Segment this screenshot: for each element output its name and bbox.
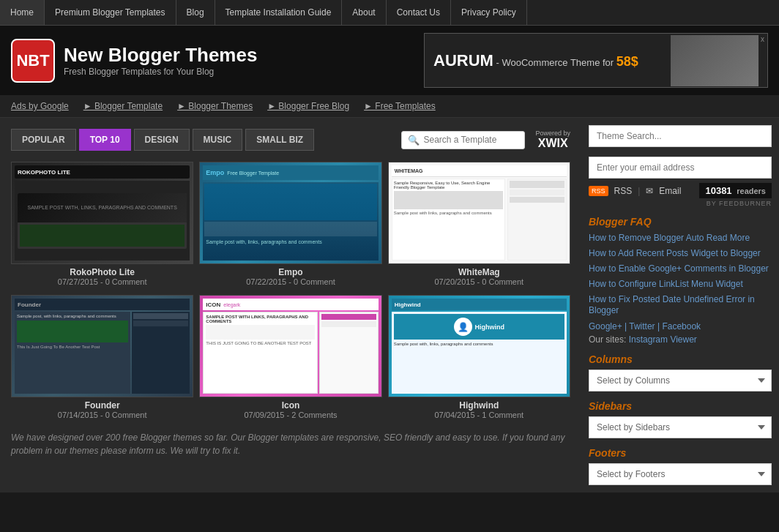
faq-link-1[interactable]: How to Remove Blogger Auto Read More xyxy=(589,233,750,243)
logo-text: New Blogger Themes Fresh Blogger Templat… xyxy=(64,44,257,77)
nav-privacy[interactable]: Privacy Policy xyxy=(451,0,527,25)
faq-title: Blogger FAQ xyxy=(589,216,772,228)
nav-install[interactable]: Template Installation Guide xyxy=(215,0,343,25)
instagram-viewer-link[interactable]: Instagram Viewer xyxy=(629,334,697,345)
list-item[interactable]: ROKOPHOTO LITE SAMPLE POST WITH, LINKS, … xyxy=(11,162,193,289)
ad-image xyxy=(671,35,758,86)
feedburner-label: BY FEEDBURNER xyxy=(589,200,772,207)
main-layout: POPULAR TOP 10 DESIGN MUSIC SMALL BIZ 🔍 … xyxy=(0,118,779,492)
faq-link-4[interactable]: How to Configure LinkList Menu Widget xyxy=(589,279,743,289)
template-thumb-6: Highwind 👤 Highwind Sample post with, li… xyxy=(388,295,570,397)
rss-row: RSS RSS | ✉ Email 10381 readers xyxy=(589,183,772,198)
site-tagline: Fresh Blogger Templates for Your Blog xyxy=(64,67,257,77)
email-separator: | xyxy=(638,186,640,196)
template-thumb-4: Founder Sample post, with links, paragra… xyxy=(11,295,193,397)
list-item[interactable]: Founder Sample post, with links, paragra… xyxy=(11,295,193,422)
tab-top10[interactable]: TOP 10 xyxy=(79,129,131,151)
ad-brand: AURUM xyxy=(433,51,493,70)
template-name-3: WhiteMag xyxy=(388,267,570,277)
nav-premium[interactable]: Premium Blogger Templates xyxy=(45,0,176,25)
main-content: POPULAR TOP 10 DESIGN MUSIC SMALL BIZ 🔍 … xyxy=(0,118,581,492)
nav-about[interactable]: About xyxy=(342,0,386,25)
site-name: New Blogger Themes xyxy=(64,44,257,67)
faq-link-2[interactable]: How to Add Recent Posts Widget to Blogge… xyxy=(589,248,761,258)
template-info-1: RokoPhoto Lite 07/27/2015 - 0 Comment xyxy=(11,264,193,289)
template-name-6: Highwind xyxy=(388,400,570,411)
email-input[interactable] xyxy=(589,157,772,179)
sub-nav-free[interactable]: ► Free Templates xyxy=(364,101,436,111)
list-item: How to Fix Posted Date Undefined Error i… xyxy=(589,293,772,315)
template-name-4: Founder xyxy=(11,400,193,411)
list-item: How to Remove Blogger Auto Read More xyxy=(589,232,772,243)
email-section: RSS RSS | ✉ Email 10381 readers BY FEEDB… xyxy=(589,153,772,207)
sidebar: RSS RSS | ✉ Email 10381 readers BY FEEDB… xyxy=(581,118,779,492)
our-sites: Our sites: Instagram Viewer xyxy=(589,334,772,345)
columns-title: Columns xyxy=(589,353,772,365)
template-date-4: 07/14/2015 - 0 Comment xyxy=(11,411,193,419)
wix-logo: XWIX xyxy=(538,137,568,150)
powered-by-wix: Powered by XWIX xyxy=(535,130,570,150)
tab-smallbiz[interactable]: SMALL BIZ xyxy=(245,129,314,151)
tab-design[interactable]: DESIGN xyxy=(134,129,190,151)
rss-icon: RSS xyxy=(589,186,608,196)
site-description: We have designed over 200 free Blogger t… xyxy=(11,431,570,457)
ad-subtitle: WooCommerce Theme for xyxy=(502,57,616,68)
sub-nav-themes[interactable]: ► Blogger Themes xyxy=(177,101,253,111)
columns-select[interactable]: Select by Columns xyxy=(589,370,772,391)
template-date-1: 07/27/2015 - 0 Comment xyxy=(11,277,193,286)
template-date-5: 07/09/2015 - 2 Comments xyxy=(199,411,381,419)
nav-home[interactable]: Home xyxy=(0,0,45,25)
theme-search-input[interactable] xyxy=(589,125,772,147)
nav-blog[interactable]: Blog xyxy=(176,0,215,25)
logo-area: NBT New Blogger Themes Fresh Blogger Tem… xyxy=(11,39,257,83)
nav-contact[interactable]: Contact Us xyxy=(387,0,451,25)
ad-content: AURUM - WooCommerce Theme for 58$ xyxy=(433,51,638,70)
tab-music[interactable]: MUSIC xyxy=(193,129,243,151)
readers-count: 10381 readers xyxy=(699,183,772,198)
site-header: NBT New Blogger Themes Fresh Blogger Tem… xyxy=(0,26,779,95)
sub-nav-template[interactable]: ► Blogger Template xyxy=(83,101,163,111)
sidebars-select[interactable]: Select by Sidebars xyxy=(589,416,772,438)
powered-label: Powered by xyxy=(535,130,570,137)
faq-list: How to Remove Blogger Auto Read More How… xyxy=(589,232,772,315)
ad-banner[interactable]: x AURUM - WooCommerce Theme for 58$ xyxy=(424,33,768,88)
template-date-3: 07/20/2015 - 0 Comment xyxy=(388,277,570,286)
sidebar-search xyxy=(589,125,772,147)
list-item[interactable]: Empo Free Blogger Template Sample post w… xyxy=(199,162,381,289)
ad-price: 58$ xyxy=(616,54,638,69)
social-link[interactable]: Google+ | Twitter | Facebook xyxy=(589,321,701,331)
email-link[interactable]: Email xyxy=(659,186,681,196)
template-info-5: Icon 07/09/2015 - 2 Comments xyxy=(199,397,381,422)
template-info-2: Empo 07/22/2015 - 0 Comment xyxy=(199,264,381,289)
logo-icon: NBT xyxy=(11,39,55,83)
sub-nav-ads[interactable]: Ads by Google xyxy=(11,101,69,111)
sub-nav-blog[interactable]: ► Blogger Free Blog xyxy=(267,101,349,111)
list-item[interactable]: WHITEMAG Sample Responsive, Easy to Use,… xyxy=(388,162,570,289)
social-links: Google+ | Twitter | Facebook xyxy=(589,321,772,331)
template-date-6: 07/04/2015 - 1 Comment xyxy=(388,411,570,419)
template-name-2: Empo xyxy=(199,267,381,277)
faq-link-5[interactable]: How to Fix Posted Date Undefined Error i… xyxy=(589,294,755,315)
faq-link-3[interactable]: How to Enable Google+ Comments in Blogge… xyxy=(589,263,769,274)
tab-popular[interactable]: POPULAR xyxy=(11,129,76,151)
list-item: How to Add Recent Posts Widget to Blogge… xyxy=(589,247,772,258)
template-name-1: RokoPhoto Lite xyxy=(11,267,193,277)
template-thumb-2: Empo Free Blogger Template Sample post w… xyxy=(199,162,381,264)
template-date-2: 07/22/2015 - 0 Comment xyxy=(199,277,381,286)
template-tabs: POPULAR TOP 10 DESIGN MUSIC SMALL BIZ 🔍 … xyxy=(11,129,570,151)
template-thumb-5: ICON elegark SAMPLE POST WITH LINKS, PAR… xyxy=(199,295,381,397)
list-item[interactable]: Highwind 👤 Highwind Sample post with, li… xyxy=(388,295,570,422)
tab-search-box[interactable]: 🔍 xyxy=(401,131,525,149)
ad-close[interactable]: x xyxy=(761,35,764,43)
list-item: How to Enable Google+ Comments in Blogge… xyxy=(589,263,772,274)
sub-nav: Ads by Google ► Blogger Template ► Blogg… xyxy=(0,95,779,118)
top-nav: Home Premium Blogger Templates Blog Temp… xyxy=(0,0,779,26)
rss-link[interactable]: RSS xyxy=(614,186,633,196)
search-input[interactable] xyxy=(423,135,518,145)
footers-title: Footers xyxy=(589,447,772,459)
template-thumb-1: ROKOPHOTO LITE SAMPLE POST WITH, LINKS, … xyxy=(11,162,193,264)
template-thumb-3: WHITEMAG Sample Responsive, Easy to Use,… xyxy=(388,162,570,264)
ad-title-text: AURUM - WooCommerce Theme for 58$ xyxy=(433,51,638,70)
list-item[interactable]: ICON elegark SAMPLE POST WITH LINKS, PAR… xyxy=(199,295,381,422)
footers-select[interactable]: Select by Footers xyxy=(589,463,772,485)
